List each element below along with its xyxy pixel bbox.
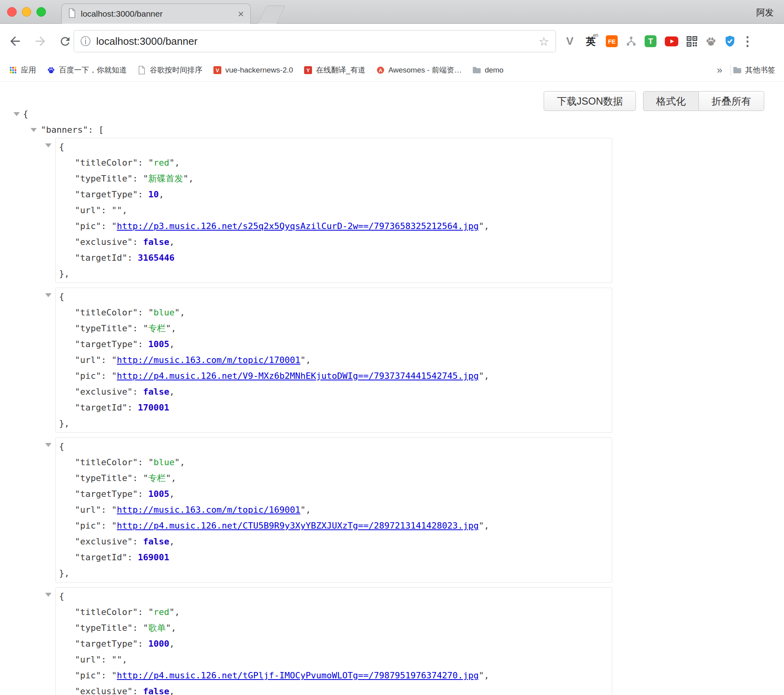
json-url-link[interactable]: http://music.163.com/m/topic/169001 xyxy=(117,505,301,515)
close-window-button[interactable] xyxy=(7,7,17,17)
collapse-toggle-icon[interactable] xyxy=(45,293,51,297)
json-line: "pic": "http://p3.music.126.net/s25q2x5Q… xyxy=(56,218,612,234)
json-array-item: {"titleColor": "blue","typeTitle": "专栏",… xyxy=(55,437,612,582)
youdao-icon: Y xyxy=(304,66,312,74)
reload-button[interactable] xyxy=(59,35,72,48)
tab-close-icon[interactable]: × xyxy=(238,9,244,19)
json-line: "banners": [ xyxy=(0,122,784,138)
json-array-item: {"titleColor": "blue","typeTitle": "专栏",… xyxy=(55,288,612,433)
forward-button[interactable] xyxy=(33,34,48,48)
json-tree: {"banners": [{"titleColor": "red","typeT… xyxy=(0,82,784,695)
bookmark-item[interactable]: 应用 xyxy=(9,65,36,75)
url-text[interactable]: localhost:3000/banner xyxy=(96,35,533,48)
vimium-extension-icon[interactable]: V xyxy=(564,35,576,48)
json-array-item: {"titleColor": "red","typeTitle": "歌单","… xyxy=(55,587,612,695)
bookmark-label: Awesomes - 前端资… xyxy=(388,65,462,75)
json-line: "titleColor": "red", xyxy=(56,155,612,171)
json-url-link[interactable]: http://p4.music.126.net/V9-MXz6b2MNhEKju… xyxy=(117,371,479,381)
page-content: 下载JSON数据 格式化 折叠所有 {"banners": [{"titleCo… xyxy=(0,82,784,694)
collapse-toggle-icon[interactable] xyxy=(30,128,37,132)
json-line: "typeTitle": "专栏", xyxy=(56,321,612,336)
bookmark-label: 在线翻译_有道 xyxy=(316,65,365,75)
json-line: "url": "", xyxy=(56,202,612,218)
bookmark-item[interactable]: Y在线翻译_有道 xyxy=(304,65,365,75)
svg-text:A: A xyxy=(379,68,382,73)
json-line: "exclusive": false, xyxy=(56,534,612,550)
collapse-toggle-icon[interactable] xyxy=(45,593,51,597)
json-line: "targetType": 1000, xyxy=(56,636,612,652)
profile-name[interactable]: 阿发 xyxy=(756,7,774,19)
paw-extension-icon[interactable] xyxy=(706,36,716,47)
bookmark-item[interactable]: AAwesomes - 前端资… xyxy=(376,65,462,75)
bookmark-label: 谷歌按时间排序 xyxy=(150,65,202,75)
json-line: "targetId": 3165446 xyxy=(56,250,612,266)
json-line: "titleColor": "blue", xyxy=(56,454,612,470)
bookmarks-list: 应用百度一下，你就知道谷歌按时间排序Vvue-hackernews-2.0Y在线… xyxy=(9,65,504,75)
back-button[interactable] xyxy=(8,34,22,48)
bookmark-item[interactable]: 百度一下，你就知道 xyxy=(47,65,127,75)
json-line: }, xyxy=(56,416,612,432)
blue-shield-extension-icon[interactable] xyxy=(725,35,735,47)
json-line: "typeTitle": "歌单", xyxy=(56,620,612,636)
json-line: "targetType": 1005, xyxy=(56,486,612,502)
translate-sub-glyph: en xyxy=(593,32,598,38)
json-line: "exclusive": false, xyxy=(56,384,612,400)
bookmark-star-icon[interactable]: ☆ xyxy=(539,34,549,48)
json-line: "pic": "http://p4.music.126.net/tGPljf-I… xyxy=(56,668,612,684)
json-line: "typeTitle": "专栏", xyxy=(56,470,612,486)
json-line: "targetType": 10, xyxy=(56,187,612,202)
bookmark-item[interactable]: 谷歌按时间排序 xyxy=(137,65,202,75)
green-shield-extension-icon[interactable]: T xyxy=(645,35,657,47)
json-line: "url": "", xyxy=(56,652,612,668)
bookmark-label: 应用 xyxy=(21,65,36,75)
svg-text:Y: Y xyxy=(306,67,310,73)
json-line: "targetId": 169001 xyxy=(56,550,612,565)
awesomes-icon: A xyxy=(376,66,385,74)
bookmark-label: vue-hackernews-2.0 xyxy=(225,66,293,74)
other-bookmarks-label: 其他书签 xyxy=(745,65,775,75)
new-tab-button[interactable] xyxy=(258,6,285,24)
extension-icons: V 英en FE T ⋮ xyxy=(564,29,752,53)
browser-tab[interactable]: localhost:3000/banner × xyxy=(61,4,251,24)
fe-extension-icon[interactable]: FE xyxy=(606,35,618,47)
collapse-toggle-icon[interactable] xyxy=(45,443,51,447)
tab-title: localhost:3000/banner xyxy=(81,9,233,19)
svg-text:V: V xyxy=(216,67,219,73)
qrcode-extension-icon[interactable] xyxy=(687,36,697,47)
collapse-toggle-icon[interactable] xyxy=(13,112,20,116)
json-url-link[interactable]: http://p4.music.126.net/tGPljf-IMOCyPvum… xyxy=(117,670,479,680)
tab-bar: localhost:3000/banner × 阿发 xyxy=(0,0,784,24)
other-bookmarks[interactable]: 其他书签 xyxy=(733,65,775,75)
baidu-icon xyxy=(47,66,55,74)
collapse-toggle-icon[interactable] xyxy=(45,143,51,147)
json-line: "exclusive": false, xyxy=(56,684,612,695)
address-bar[interactable]: ⓘ localhost:3000/banner ☆ xyxy=(74,30,556,52)
apps-icon xyxy=(9,66,17,74)
json-line: { xyxy=(0,106,784,122)
bookmark-label: 百度一下，你就知道 xyxy=(59,65,127,75)
folder-icon xyxy=(472,66,481,74)
json-line: "titleColor": "red", xyxy=(56,604,612,620)
json-url-link[interactable]: http://p4.music.126.net/CTU5B9R9y3XyYBZX… xyxy=(117,521,479,531)
json-array-item: {"titleColor": "red","typeTitle": "新碟首发"… xyxy=(55,138,612,283)
site-info-icon[interactable]: ⓘ xyxy=(80,34,91,48)
page-icon xyxy=(137,66,146,74)
chrome-menu-icon[interactable]: ⋮ xyxy=(744,34,752,49)
minimize-window-button[interactable] xyxy=(22,7,31,17)
fullscreen-window-button[interactable] xyxy=(36,7,46,17)
bookmark-item[interactable]: Vvue-hackernews-2.0 xyxy=(213,66,293,74)
bookmark-item[interactable]: demo xyxy=(472,66,504,74)
json-url-link[interactable]: http://music.163.com/m/topic/170001 xyxy=(117,355,301,365)
bookmarks-divider xyxy=(730,65,731,76)
json-line: "url": "http://music.163.com/m/topic/170… xyxy=(56,352,612,368)
json-line: }, xyxy=(56,266,612,282)
json-line: "targetType": 1005, xyxy=(56,336,612,352)
json-line: "pic": "http://p4.music.126.net/V9-MXz6b… xyxy=(56,368,612,384)
translate-extension-icon[interactable]: 英en xyxy=(584,35,598,48)
youtube-extension-icon[interactable] xyxy=(665,36,678,46)
org-chart-extension-icon[interactable] xyxy=(626,36,636,46)
json-url-link[interactable]: http://p3.music.126.net/s25q2x5QyqsAzilC… xyxy=(117,221,479,231)
bookmark-label: demo xyxy=(485,66,504,74)
bookmarks-overflow-chevron[interactable]: » xyxy=(712,65,728,76)
json-line: "titleColor": "blue", xyxy=(56,305,612,321)
